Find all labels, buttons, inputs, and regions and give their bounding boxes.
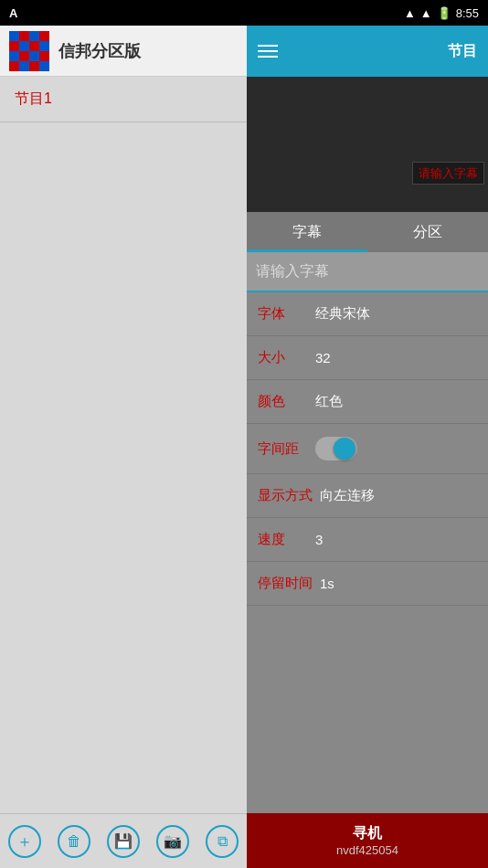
svg-rect-5 [9, 51, 19, 61]
svg-rect-7 [19, 61, 29, 71]
menu-button[interactable] [258, 45, 278, 58]
top-header: 信邦分区版 节目 [0, 26, 488, 77]
find-device-id: nvdf425054 [336, 843, 398, 857]
svg-rect-1 [9, 31, 19, 41]
svg-rect-16 [29, 61, 39, 71]
camera-button[interactable]: 📷 [156, 825, 189, 858]
save-icon: 💾 [114, 832, 133, 850]
save-button[interactable]: 💾 [107, 825, 140, 858]
bottom-toolbar: ＋ 🗑 💾 📷 ⧉ [0, 813, 247, 868]
body-area: 节目1 ＋ 🗑 💾 📷 ⧉ [0, 77, 488, 868]
led-preview: 请输入字幕 [247, 77, 488, 212]
main-layout: 信邦分区版 节目 节目1 ＋ 🗑 💾 [0, 26, 488, 868]
speed-label: 速度 [258, 531, 308, 548]
delete-button[interactable]: 🗑 [58, 825, 90, 858]
setting-dwell-time[interactable]: 停留时间 1s [247, 562, 488, 606]
find-device-title: 寻机 [353, 824, 382, 843]
app-logo [9, 31, 49, 71]
dwell-time-value: 1s [320, 576, 334, 591]
display-mode-value: 向左连移 [320, 487, 375, 504]
sidebar: 节目1 ＋ 🗑 💾 📷 ⧉ [0, 77, 247, 868]
speed-value: 3 [315, 532, 323, 547]
find-device-bar[interactable]: 寻机 nvdf425054 [247, 813, 488, 868]
tab-zimu[interactable]: 字幕 [247, 212, 367, 252]
setting-font[interactable]: 字体 经典宋体 [247, 292, 488, 336]
app-title: 信邦分区版 [58, 40, 141, 62]
delete-icon: 🗑 [67, 833, 81, 850]
right-panel: 请输入字幕 字幕 分区 字体 [247, 77, 488, 868]
font-label: 字体 [258, 305, 308, 323]
battery-icon: 🔋 [437, 6, 451, 20]
svg-rect-10 [39, 31, 49, 41]
svg-rect-12 [29, 41, 39, 51]
toggle-thumb [334, 438, 355, 460]
input-row [247, 252, 488, 292]
copy-button[interactable]: ⧉ [206, 825, 239, 858]
svg-rect-8 [39, 61, 49, 71]
header-tab-label: 节目 [448, 42, 477, 61]
dwell-time-label: 停留时间 [258, 575, 313, 592]
setting-size[interactable]: 大小 32 [247, 336, 488, 380]
display-mode-label: 显示方式 [258, 487, 313, 504]
setting-display-mode[interactable]: 显示方式 向左连移 [247, 474, 488, 518]
svg-rect-14 [39, 51, 49, 61]
svg-rect-3 [19, 41, 29, 51]
subtitle-input[interactable] [256, 259, 479, 283]
tab-fenqu[interactable]: 分区 [367, 212, 488, 252]
spacing-toggle[interactable] [315, 437, 357, 460]
color-value: 红色 [315, 393, 343, 410]
wifi-icon: ▲ [404, 6, 416, 20]
led-preview-text: 请输入字幕 [412, 162, 484, 185]
color-label: 颜色 [258, 393, 308, 410]
font-value: 经典宋体 [315, 305, 370, 323]
right-header: 节目 [247, 26, 488, 77]
status-bar: A ▲ ▲ 🔋 8:55 [0, 0, 488, 26]
svg-rect-11 [9, 41, 19, 51]
setting-speed[interactable]: 速度 3 [247, 518, 488, 562]
setting-spacing[interactable]: 字间距 [247, 424, 488, 474]
status-app-label: A [9, 6, 17, 20]
size-label: 大小 [258, 349, 308, 366]
tabs-bar: 字幕 分区 [247, 212, 488, 252]
toggle-track [315, 437, 357, 460]
status-right: ▲ ▲ 🔋 8:55 [404, 6, 479, 20]
svg-rect-9 [19, 31, 29, 41]
svg-rect-13 [19, 51, 29, 61]
svg-rect-4 [39, 41, 49, 51]
setting-color[interactable]: 颜色 红色 [247, 380, 488, 424]
svg-rect-2 [29, 31, 39, 41]
svg-rect-15 [9, 61, 19, 71]
sidebar-header: 信邦分区版 [0, 26, 247, 77]
time-display: 8:55 [456, 6, 479, 20]
camera-icon: 📷 [164, 832, 182, 850]
add-button[interactable]: ＋ [8, 825, 41, 858]
settings-panel: 字体 经典宋体 大小 32 颜色 红色 字间距 [247, 252, 488, 813]
add-icon: ＋ [16, 831, 33, 852]
sidebar-item-jemu[interactable]: 节目1 [0, 77, 247, 122]
size-value: 32 [315, 350, 331, 365]
sidebar-content-area [0, 122, 247, 813]
copy-icon: ⧉ [217, 833, 228, 850]
spacing-label: 字间距 [258, 440, 308, 458]
svg-rect-6 [29, 51, 39, 61]
signal-icon: ▲ [420, 6, 432, 20]
